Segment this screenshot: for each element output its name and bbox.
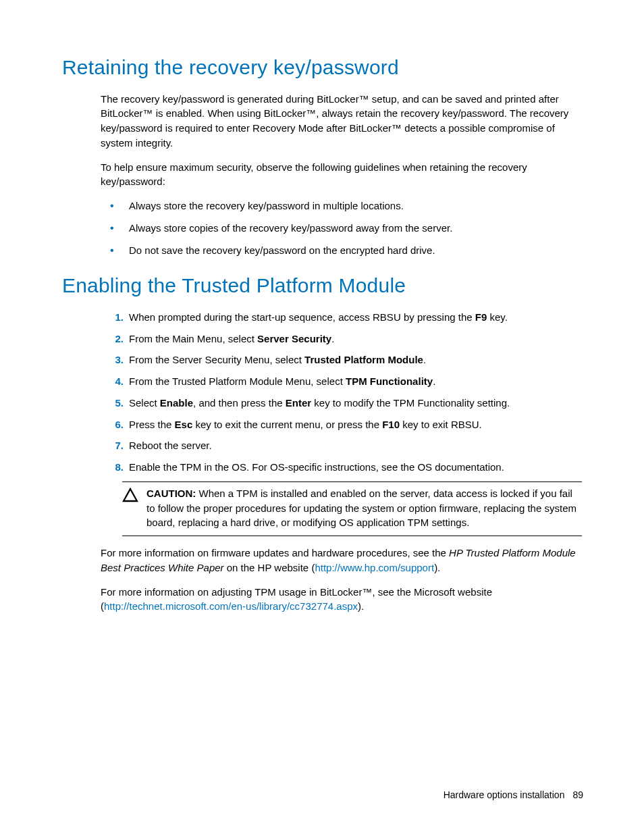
list-item: Reboot the server. bbox=[101, 438, 582, 453]
text: For more information on firmware updates… bbox=[101, 547, 449, 558]
step-text: From the Main Menu, select bbox=[129, 333, 257, 344]
microsoft-technet-link[interactable]: http://technet.microsoft.com/en-us/libra… bbox=[104, 600, 358, 612]
heading-enabling-tpm: Enabling the Trusted Platform Module bbox=[62, 271, 583, 301]
list-item: Always store the recovery key/password i… bbox=[101, 199, 582, 213]
caution-icon bbox=[122, 486, 146, 506]
option-name: Enable bbox=[160, 397, 193, 409]
keyname: F9 bbox=[475, 311, 487, 323]
list-item: Press the Esc key to exit the current me… bbox=[101, 417, 582, 432]
step-text: . bbox=[423, 354, 426, 365]
keyname: Enter bbox=[286, 397, 311, 409]
caution-body: When a TPM is installed and enabled on t… bbox=[146, 488, 576, 529]
step-text: From the Trusted Platform Module Menu, s… bbox=[129, 375, 346, 387]
list-item: Always store copies of the recovery key/… bbox=[101, 221, 582, 236]
step-text: When prompted during the start-up sequen… bbox=[129, 311, 475, 323]
section1-body: The recovery key/password is generated d… bbox=[101, 92, 582, 258]
paragraph-text: To help ensure maximum security, observe… bbox=[101, 160, 582, 190]
list-item: Select Enable, and then press the Enter … bbox=[101, 396, 582, 411]
paragraph-text: For more information on adjusting TPM us… bbox=[101, 585, 582, 615]
step-text: From the Server Security Menu, select bbox=[129, 354, 304, 365]
step-text: . bbox=[433, 375, 435, 387]
text: on the HP website ( bbox=[224, 562, 315, 573]
svg-marker-0 bbox=[124, 489, 137, 501]
menu-name: TPM Functionality bbox=[346, 375, 433, 387]
step-text: Press the bbox=[129, 419, 175, 430]
step-text: . bbox=[331, 333, 334, 344]
keyname: F10 bbox=[382, 419, 400, 430]
text: ). bbox=[358, 600, 364, 612]
bullet-list: Always store the recovery key/password i… bbox=[101, 199, 582, 257]
page-container: Retaining the recovery key/password The … bbox=[0, 0, 644, 834]
menu-name: Server Security bbox=[257, 333, 331, 344]
heading-retaining-recovery-key: Retaining the recovery key/password bbox=[62, 53, 583, 82]
step-text: Select bbox=[129, 397, 160, 409]
page-footer: Hardware options installation89 bbox=[444, 788, 583, 802]
list-item: Enable the TPM in the OS. For OS-specifi… bbox=[101, 460, 582, 475]
text: ). bbox=[434, 562, 440, 573]
paragraph-text: The recovery key/password is generated d… bbox=[101, 92, 582, 151]
list-item: From the Server Security Menu, select Tr… bbox=[101, 353, 582, 367]
hp-support-link[interactable]: http://www.hp.com/support bbox=[315, 562, 434, 573]
caution-text: CAUTION: When a TPM is installed and ena… bbox=[146, 486, 582, 530]
step-text: key. bbox=[487, 311, 508, 323]
paragraph-text: For more information on firmware updates… bbox=[101, 546, 582, 575]
keyname: Esc bbox=[175, 419, 193, 430]
caution-label: CAUTION: bbox=[146, 488, 196, 499]
list-item: From the Main Menu, select Server Securi… bbox=[101, 332, 582, 346]
step-text: key to modify the TPM Functionality sett… bbox=[311, 397, 510, 409]
list-item: When prompted during the start-up sequen… bbox=[101, 310, 582, 325]
numbered-steps: When prompted during the start-up sequen… bbox=[101, 310, 582, 475]
list-item: Do not save the recovery key/password on… bbox=[101, 243, 582, 258]
list-item: From the Trusted Platform Module Menu, s… bbox=[101, 374, 582, 389]
footer-label: Hardware options installation bbox=[444, 789, 565, 800]
section2-body: When prompted during the start-up sequen… bbox=[101, 310, 582, 614]
page-number: 89 bbox=[572, 789, 583, 800]
step-text: key to exit RBSU. bbox=[400, 419, 482, 430]
caution-box: CAUTION: When a TPM is installed and ena… bbox=[122, 481, 582, 536]
step-text: key to exit the current menu, or press t… bbox=[192, 419, 382, 430]
step-text: , and then press the bbox=[193, 397, 286, 409]
menu-name: Trusted Platform Module bbox=[304, 354, 423, 365]
